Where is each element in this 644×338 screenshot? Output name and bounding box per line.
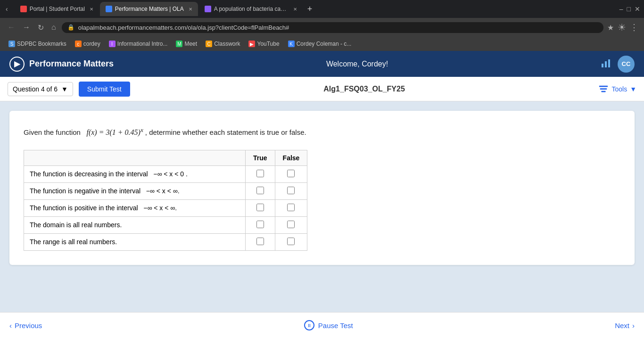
question-label: Question 4 of 6 <box>13 85 58 93</box>
tab-bacteria[interactable]: A population of bacteria can be ✕ <box>199 2 303 16</box>
statement-cell-0: The function is decreasing in the interv… <box>24 165 246 182</box>
tab-label-3: A population of bacteria can be <box>214 6 289 12</box>
false-checkbox-cell-0[interactable] <box>275 165 307 182</box>
pause-test-button[interactable]: ⏸ Pause Test <box>304 320 353 330</box>
bookmark-icon-classwork: C <box>206 41 212 47</box>
bookmark-label-meet: Meet <box>184 41 197 47</box>
false-checkbox-cell-4[interactable] <box>275 233 307 250</box>
false-checkbox-cell-1[interactable] <box>275 182 307 199</box>
true-checkbox-cell-4[interactable] <box>246 233 275 250</box>
test-title: Alg1_FSQ03_OL_FY25 <box>130 85 599 93</box>
svg-rect-3 <box>599 85 608 87</box>
tools-dropdown-icon: ▼ <box>630 85 636 93</box>
tab-favicon-3 <box>205 6 211 12</box>
tab-close-3[interactable]: ✕ <box>293 7 297 12</box>
bookmark-youtube[interactable]: ▶ YouTube <box>245 40 283 48</box>
tools-button[interactable]: Tools ▼ <box>598 84 636 94</box>
false-header: False <box>275 150 307 165</box>
url-text: olapalmbeach.performancematters.com/ola/… <box>78 24 598 31</box>
svg-rect-2 <box>608 59 610 67</box>
true-checkbox-cell-1[interactable] <box>246 182 275 199</box>
avatar[interactable]: CC <box>618 56 635 73</box>
false-checkbox-cell-2[interactable] <box>275 199 307 216</box>
next-button[interactable]: Next › <box>615 322 635 330</box>
new-tab-button[interactable]: + <box>304 4 316 14</box>
back-button[interactable]: ← <box>6 21 17 33</box>
false-checkbox-0[interactable] <box>287 170 295 177</box>
security-icon: 🔒 <box>67 24 74 31</box>
browser-actions: ★ ☀ ⋮ <box>607 22 638 33</box>
pause-icon: ⏸ <box>304 320 314 330</box>
svg-rect-4 <box>600 88 607 90</box>
answer-table: True False The function is decreasing in… <box>24 150 307 251</box>
bookmark-cordey-coleman[interactable]: K Cordey Coleman - c... <box>284 40 355 48</box>
bookmark-meet[interactable]: M Meet <box>172 40 201 48</box>
false-checkbox-2[interactable] <box>287 204 295 211</box>
tab-student-portal[interactable]: Portal | Student Portal ✕ <box>15 2 99 16</box>
content-area: Given the function f(x) = 3(1 + 0.45)x ,… <box>0 101 644 337</box>
statement-cell-3: The domain is all real numbers. <box>24 216 246 233</box>
true-checkbox-3[interactable] <box>256 221 264 228</box>
tab-performance-matters[interactable]: Performance Matters | OLA ✕ <box>100 2 198 16</box>
tab-history-back[interactable]: ‹ <box>4 4 10 14</box>
true-header: True <box>246 150 275 165</box>
false-checkbox-cell-3[interactable] <box>275 216 307 233</box>
app-title: Performance Matters <box>29 59 114 69</box>
bookmark-classwork[interactable]: C Classwork <box>202 40 244 48</box>
reload-button[interactable]: ↻ <box>36 21 46 34</box>
tab-close-1[interactable]: ✕ <box>90 7 93 12</box>
bookmark-icon-cordey-coleman: K <box>288 41 295 47</box>
url-bar[interactable]: 🔒 olapalmbeach.performancematters.com/ol… <box>62 22 603 33</box>
welcome-message: Welcome, Cordey! <box>326 60 388 68</box>
next-chevron-icon: › <box>632 322 635 330</box>
extensions-icon[interactable]: ☀ <box>618 22 626 33</box>
true-checkbox-2[interactable] <box>256 204 264 211</box>
true-checkbox-1[interactable] <box>256 187 264 194</box>
true-checkbox-cell-2[interactable] <box>246 199 275 216</box>
submit-test-button[interactable]: Submit Test <box>79 82 130 97</box>
bookmark-cordey[interactable]: c cordey <box>71 40 104 48</box>
address-bar-area: ← → ↻ ⌂ 🔒 olapalmbeach.performancematter… <box>0 18 644 37</box>
pause-label: Pause Test <box>318 322 353 330</box>
svg-rect-5 <box>602 91 606 92</box>
restore-button[interactable]: □ <box>627 5 631 13</box>
true-checkbox-cell-0[interactable] <box>246 165 275 182</box>
logo-icon: ▶ <box>9 57 25 72</box>
bookmark-informational[interactable]: I Informational Intro... <box>105 40 172 48</box>
bookmark-star-icon[interactable]: ★ <box>607 23 614 32</box>
forward-button[interactable]: → <box>21 21 32 33</box>
header-right: CC <box>601 56 635 73</box>
true-checkbox-0[interactable] <box>256 170 264 177</box>
close-button[interactable]: ✕ <box>635 5 640 13</box>
previous-button[interactable]: ‹ Previous <box>9 322 42 330</box>
tab-label-2: Performance Matters | OLA <box>115 6 184 12</box>
dropdown-arrow-icon: ▼ <box>61 85 68 93</box>
minimize-button[interactable]: – <box>619 5 623 13</box>
home-button[interactable]: ⌂ <box>50 21 58 33</box>
previous-label: Previous <box>15 322 42 330</box>
table-row: The function is negative in the interval… <box>24 182 307 199</box>
table-row: The function is decreasing in the interv… <box>24 165 307 182</box>
bookmark-sdpbc[interactable]: S SDPBC Bookmarks <box>5 40 70 48</box>
footer: ‹ Previous ⏸ Pause Test Next › <box>0 312 644 338</box>
false-checkbox-1[interactable] <box>287 187 295 194</box>
false-checkbox-4[interactable] <box>287 238 295 245</box>
bookmark-label-classwork: Classwork <box>214 41 240 47</box>
tab-close-2[interactable]: ✕ <box>189 7 192 12</box>
false-checkbox-3[interactable] <box>287 221 295 228</box>
menu-button[interactable]: ⋮ <box>630 22 638 33</box>
question-formula: f(x) = 3(1 + 0.45)x <box>86 128 145 136</box>
true-checkbox-4[interactable] <box>256 238 264 245</box>
true-checkbox-cell-3[interactable] <box>246 216 275 233</box>
next-label: Next <box>615 322 629 330</box>
table-row: The function is positive in the interval… <box>24 199 307 216</box>
tools-label: Tools <box>611 85 627 93</box>
bookmark-label-cordey: cordey <box>83 41 100 47</box>
table-header-row: True False <box>24 150 307 165</box>
chart-icon[interactable] <box>601 57 612 71</box>
question-selector[interactable]: Question 4 of 6 ▼ <box>8 82 73 96</box>
question-text: Given the function f(x) = 3(1 + 0.45)x ,… <box>24 125 620 139</box>
statement-header <box>24 150 246 165</box>
previous-chevron-icon: ‹ <box>9 322 12 330</box>
table-row: The range is all real numbers. <box>24 233 307 250</box>
